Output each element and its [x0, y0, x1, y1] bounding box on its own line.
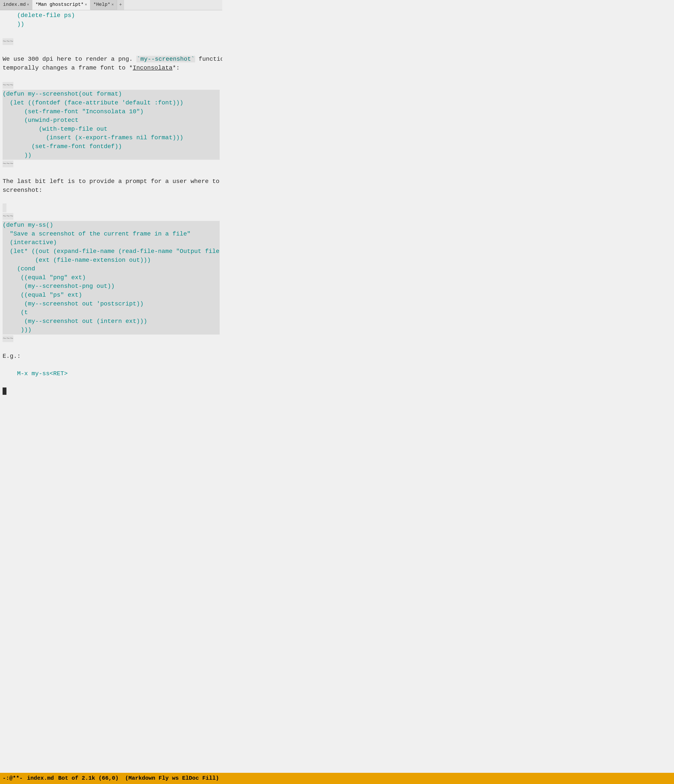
line-empty-3	[3, 72, 220, 81]
line-docstring: "Save a screenshot of the current frame …	[3, 230, 220, 238]
line-set-frame-font: (set-frame-font "Inconsolata 10")	[3, 107, 220, 116]
tab-close-man-ghostscript[interactable]: ×	[85, 2, 87, 8]
tab-close-help[interactable]: ×	[112, 2, 114, 8]
line-empty-2	[3, 46, 220, 55]
line-let-star: (let* ((out (expand-file-name (read-file…	[3, 247, 220, 256]
line-empty-4	[3, 168, 220, 177]
line-set-frame-fontdef: (set-frame-font fontdef))	[3, 142, 220, 151]
tab-label-help: *Help*	[93, 1, 110, 8]
line-ext: (ext (file-name-extension out)))	[3, 256, 220, 265]
line-equal-ps: ((equal "ps" ext)	[3, 291, 220, 300]
line-empty-5	[3, 194, 220, 204]
line-with-temp-file: (with-temp-file out	[3, 125, 220, 134]
line-tilde-5: ~~~	[3, 334, 220, 343]
tab-add-button[interactable]: +	[117, 0, 124, 10]
line-insert-export: (insert (x-export-frames nil format)))	[3, 134, 220, 142]
tab-help[interactable]: *Help* ×	[90, 0, 117, 10]
tab-bar: index.md × *Man ghostscript* × *Help* × …	[0, 0, 222, 10]
tab-man-ghostscript[interactable]: *Man ghostscript* ×	[32, 0, 90, 10]
cursor	[3, 387, 6, 395]
line-unwind-protect: (unwind-protect	[3, 116, 220, 125]
tab-label-man-ghostscript: *Man ghostscript*	[35, 1, 84, 8]
line-screenshot-postscript: (my--screenshot out 'postscript))	[3, 300, 220, 308]
line-temporally: temporally changes a frame font to *Inco…	[3, 64, 220, 73]
line-cursor	[3, 387, 220, 396]
line-defun-my-ss: (defun my-ss()	[3, 221, 220, 230]
line-cond: (cond	[3, 264, 220, 274]
tab-label-index-md: index.md	[3, 1, 26, 8]
tab-index-md[interactable]: index.md ×	[0, 0, 32, 10]
tab-close-index-md[interactable]: ×	[27, 2, 29, 8]
line-screenshot-png: (my--screenshot-png out))	[3, 282, 220, 291]
line-we-use: We use 300 dpi here to render a png. `my…	[3, 55, 220, 64]
line-last-bit: The last bit left is to provide a prompt…	[3, 177, 220, 186]
editor-area: (delete-file ps) )) ~~~ We use 300 dpi h…	[0, 10, 222, 396]
line-t-clause: (t	[3, 308, 220, 317]
line-tilde-4: ~~~	[3, 212, 220, 221]
line-tilde-2: ~~~	[3, 81, 220, 90]
line-tilde-1: ~~~	[3, 37, 220, 46]
line-interactive: (interactive)	[3, 238, 220, 247]
line-empty-1	[3, 29, 220, 37]
line-tilde-3: ~~~	[3, 160, 220, 168]
line-let-fontdef: (let ((fontdef (face-attribute 'default …	[3, 99, 220, 107]
line-screenshot: screenshot:	[3, 186, 220, 195]
line-delete-file: (delete-file ps)	[3, 11, 220, 20]
line-empty-8	[3, 361, 220, 370]
line-screenshot-intern: (my--screenshot out (intern ext)))	[3, 317, 220, 326]
line-mx-command: M-x my-ss<RET>	[3, 369, 220, 378]
line-close-paren2: ))	[3, 151, 220, 160]
line-triple-close: )))	[3, 326, 220, 334]
line-close-paren1: ))	[3, 20, 220, 29]
line-empty-9	[3, 378, 220, 387]
line-defun-screenshot: (defun my--screenshot(out format)	[3, 90, 220, 99]
line-empty-7	[3, 343, 220, 352]
line-eg: E.g.:	[3, 352, 220, 361]
line-empty-6	[3, 204, 220, 212]
line-equal-png: ((equal "png" ext)	[3, 274, 220, 282]
